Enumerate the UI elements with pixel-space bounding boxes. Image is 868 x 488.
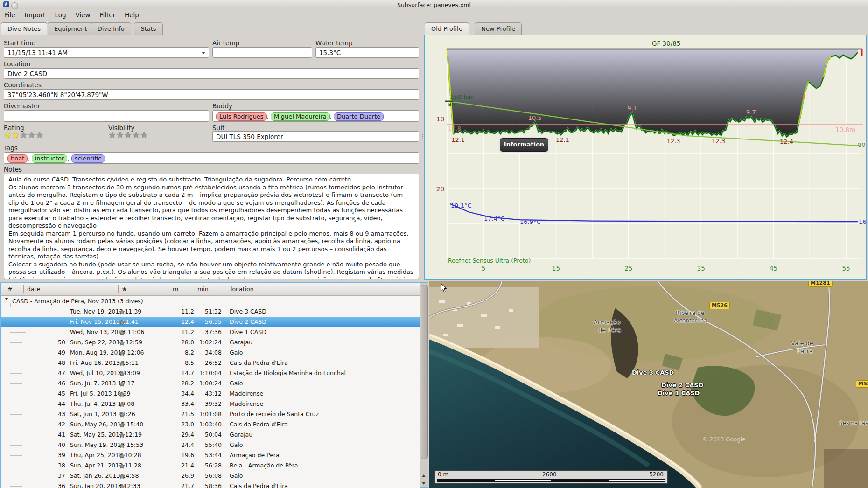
information-button[interactable]: Information xyxy=(500,138,548,152)
dive-row[interactable]: 46Sun, Jul 7, 2013 17:17★★★★★28.21:00:24… xyxy=(1,378,420,389)
suit-field[interactable]: DUI TLS 350 Explorer xyxy=(212,131,419,142)
dive-duration: 51:32 xyxy=(195,308,222,315)
notes-textarea[interactable]: Aula do curso CASD. Transectos c/video e… xyxy=(4,174,419,279)
tab-stats[interactable]: Stats xyxy=(134,22,162,35)
location-field[interactable]: Dive 2 CASD xyxy=(4,68,419,79)
menu-log[interactable]: Log xyxy=(50,9,70,21)
dive-number: 39 xyxy=(45,452,65,459)
dive-row[interactable]: Wed, Nov 13, 2013 11:06★★★★★11.237:36Div… xyxy=(1,327,420,337)
horizontal-splitter-grip[interactable]: ··· xyxy=(96,279,104,282)
dive-row[interactable]: 47Wed, Jul 10, 2013 13:09★★★★★14.71:10:0… xyxy=(1,368,420,378)
dive-duration: 1:10:04 xyxy=(195,369,222,376)
dive-depth: 21.7 xyxy=(163,482,194,488)
horizontal-splitter-grip[interactable]: ··· xyxy=(740,279,748,281)
tab-new-profile[interactable]: New Profile xyxy=(475,22,522,35)
star-empty-icon: ★ xyxy=(108,130,116,140)
dive-site-flag[interactable]: Dive 2 CASD xyxy=(661,382,703,389)
dive-trip-row[interactable]: CASD - Armação de Pêra, Nov 2013 (3 dive… xyxy=(1,296,420,307)
divemaster-field[interactable] xyxy=(4,110,209,122)
depth-max-annotation: 12.1 xyxy=(556,136,569,143)
horizontal-splitter-grip[interactable]: ··· xyxy=(216,279,224,282)
dive-row[interactable]: 41Sat, May 25, 2013 12:19★★★★★29.450:04G… xyxy=(1,430,420,440)
start-time-combo[interactable]: 11/15/13 11:41 AM xyxy=(4,47,209,58)
scroll-up-button[interactable] xyxy=(420,472,428,480)
tree-connector xyxy=(10,445,22,446)
buddy-field[interactable]: Luís Rodrigues, Miguel Madureira, Duarte… xyxy=(212,110,419,122)
menu-import[interactable]: Import xyxy=(20,9,50,21)
scrollbar-thumb[interactable] xyxy=(421,285,428,459)
column-header-m[interactable]: m xyxy=(173,286,178,293)
tab-equipment[interactable]: Equipment xyxy=(48,22,94,35)
column-separator[interactable] xyxy=(169,285,169,293)
tab-dive-notes[interactable]: Dive Notes xyxy=(1,22,47,35)
tab-dive-info[interactable]: Dive Info xyxy=(91,22,131,35)
star-empty-icon: ★ xyxy=(119,329,125,337)
tree-connector xyxy=(10,486,22,487)
dive-row[interactable]: 39Thu, Apr 25, 2013 10:28★★★★★19.653:44A… xyxy=(1,450,420,460)
dive-row[interactable]: 42Sun, May 26, 2013 15:40★★★★★23.01:03:4… xyxy=(1,419,420,430)
dive-duration: 26:52 xyxy=(195,359,222,366)
tag-pill: Miguel Madureira xyxy=(271,112,330,121)
horizontal-splitter-grip[interactable]: ··· xyxy=(581,279,589,281)
dive-row[interactable]: 36Sun, Jan 20, 2013 12:33★★★★★21.758:36C… xyxy=(1,481,420,488)
dive-row[interactable]: 37Sat, Jan 26, 2013 14:58★★★★★26.956:08G… xyxy=(1,471,420,481)
dive-row[interactable]: 44Thu, Jul 4, 2013 10:08★★★★★33.439:32Ma… xyxy=(1,399,420,409)
star-filled-icon: ★ xyxy=(4,130,12,140)
column-header-★[interactable]: ★ xyxy=(122,286,127,293)
dive-row[interactable]: 38Sun, Apr 21, 2013 11:28★★★★★21.456:28B… xyxy=(1,460,420,471)
menu-file[interactable]: File xyxy=(0,9,20,21)
column-separator[interactable] xyxy=(118,285,119,293)
water-temp-field[interactable]: 15.3°C xyxy=(315,47,419,58)
dive-row-selected[interactable]: Fri, Nov 15, 2013 11:41★★★★★12.456:35Div… xyxy=(1,317,420,327)
tab-old-profile[interactable]: Old Profile xyxy=(425,22,469,35)
column-header-date[interactable]: date xyxy=(27,286,40,293)
temperature-line xyxy=(450,204,858,222)
time-axis-tick: 35 xyxy=(697,265,705,272)
tag-pill: boat xyxy=(7,154,28,163)
column-header-#[interactable]: # xyxy=(7,286,12,293)
vertical-splitter[interactable]: ⋮ xyxy=(420,135,423,138)
map-panel[interactable]: Armaçãode PêraRibeira deAlcantarilhaVale… xyxy=(429,281,868,488)
titlebar[interactable]: Subsurface: paneves.xml xyxy=(0,0,868,9)
column-separator[interactable] xyxy=(23,285,24,293)
tree-connector xyxy=(10,322,18,322)
column-separator[interactable] xyxy=(227,285,227,293)
tree-connector xyxy=(10,435,22,435)
dive-row[interactable]: 49Mon, Aug 19, 2013 12:06★★★★★8.234:08Ga… xyxy=(1,348,420,358)
column-separator[interactable] xyxy=(194,285,194,293)
dive-list-table[interactable]: #date★mminlocation CASD - Armação de Pêr… xyxy=(0,282,428,488)
dive-row[interactable]: 48Fri, Aug 16, 2013 15:11★★★★★8.526:52Ca… xyxy=(1,358,420,368)
dive-depth: 33.4 xyxy=(163,400,194,407)
dive-site-flag[interactable]: Dive 3 CASD xyxy=(632,369,674,376)
star-empty-icon: ★ xyxy=(119,308,125,316)
visibility-stars[interactable]: ★★★★★ xyxy=(108,131,148,140)
dive-row[interactable]: 43Sat, Jun 1, 2013 11:26★★★★★21.51:01:08… xyxy=(1,409,420,419)
menu-filter[interactable]: Filter xyxy=(95,9,120,21)
dive-site-flag[interactable]: Dive 1 CASD xyxy=(658,390,700,397)
coordinates-field[interactable]: 37°05'23.460"N 8°20'47.879"W xyxy=(4,89,419,100)
dive-list-scrollbar[interactable] xyxy=(420,283,428,487)
dive-duration: 50:04 xyxy=(195,431,222,438)
mean-depth-label-left: 10.8 xyxy=(448,125,461,132)
dive-row[interactable]: 50Sun, Sep 22, 2013 12:59★★★★★28.01:02:2… xyxy=(1,337,420,348)
dive-location: Armação de Pêra xyxy=(230,452,280,459)
dive-row[interactable]: 45Fri, Jul 5, 2013 10:39★★★★★34.443:12Ma… xyxy=(1,389,420,399)
scroll-down-button[interactable] xyxy=(420,480,428,487)
star-empty-icon: ★ xyxy=(119,462,125,470)
column-header-location[interactable]: location xyxy=(231,286,254,293)
tags-field[interactable]: boat, instructor, scientific xyxy=(4,152,419,164)
dive-list-header[interactable]: #date★mminlocation xyxy=(1,283,420,296)
rating-stars[interactable]: ★★★★★ xyxy=(4,131,43,140)
horizontal-splitter-grip[interactable]: ··· xyxy=(340,279,349,282)
menu-help[interactable]: Help xyxy=(120,9,144,21)
dive-row[interactable]: 40Sun, May 19, 2013 15:53★★★★★24.455:40G… xyxy=(1,440,420,450)
expander-icon[interactable] xyxy=(5,298,8,300)
dive-number: 46 xyxy=(45,380,65,387)
dive-row[interactable]: Tue, Nov 19, 2013 11:39★★★★★11.251:32Div… xyxy=(1,307,420,317)
depth-axis-tick: 10 xyxy=(436,115,444,123)
menu-view[interactable]: View xyxy=(71,9,95,21)
gf-label: GF 30/85 xyxy=(652,40,680,47)
column-header-min[interactable]: min xyxy=(197,286,209,293)
air-temp-field[interactable] xyxy=(212,47,312,58)
dive-duration: 34:08 xyxy=(195,349,222,356)
